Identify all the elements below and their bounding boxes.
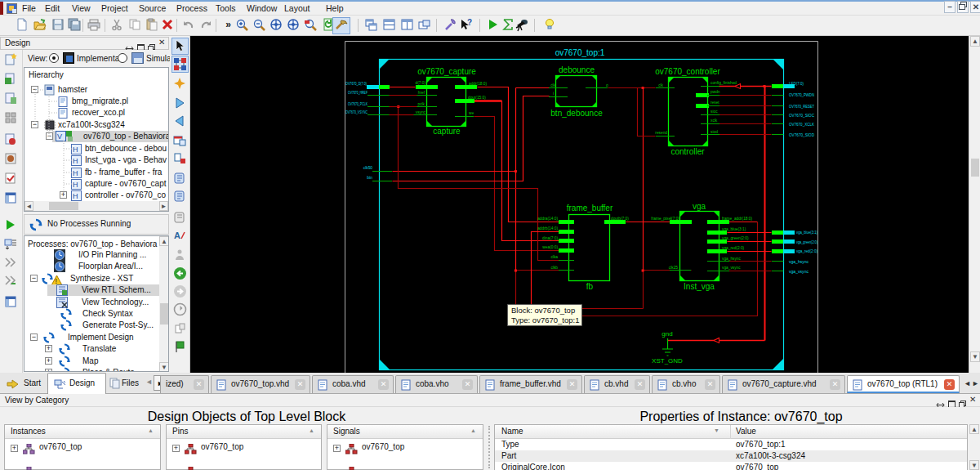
svg-text:gnd: gnd [662, 330, 672, 338]
svg-text:vsync: vsync [416, 110, 426, 114]
svg-text:clka: clka [550, 255, 558, 259]
svg-text:vga_hsync: vga_hsync [722, 257, 742, 261]
svg-text:addra(14:0): addra(14:0) [537, 217, 558, 221]
svg-text:vga_red(2:0): vga_red(2:0) [796, 249, 817, 253]
svg-text:pclk: pclk [417, 102, 425, 106]
svg-text:xclk: xclk [710, 119, 718, 123]
svg-text:vga_vsync: vga_vsync [789, 270, 809, 274]
svg-text:sioc: sioc [710, 110, 718, 114]
svg-text:ov7670_controller: ov7670_controller [655, 67, 720, 76]
svg-text:OV7670_SIOC: OV7670_SIOC [789, 114, 815, 118]
svg-text:we: we [469, 111, 474, 115]
svg-text:OV7670_PWDN: OV7670_PWDN [789, 93, 814, 97]
svg-text:Type: ov7670_top:1: Type: ov7670_top:1 [511, 316, 579, 325]
svg-text:Block: ov7670_top: Block: ov7670_top [511, 306, 575, 315]
svg-text:vga_blue(3:1): vga_blue(3:1) [722, 227, 746, 231]
svg-text:OV7670_D(7:0): OV7670_D(7:0) [345, 82, 367, 86]
svg-text:pwdn: pwdn [710, 90, 720, 94]
svg-text:clk50: clk50 [363, 166, 373, 170]
svg-text:btn_debounce: btn_debounce [550, 109, 603, 118]
svg-text:vga_green(2:0): vga_green(2:0) [722, 236, 749, 240]
svg-text:clk: clk [658, 83, 663, 87]
svg-text:clkb: clkb [550, 266, 558, 270]
svg-text:resend: resend [655, 131, 667, 135]
svg-text:wea(0:0): wea(0:0) [542, 245, 558, 249]
svg-text:debounce: debounce [559, 65, 595, 74]
svg-text:dina(7:0): dina(7:0) [542, 236, 558, 240]
svg-text:XST_GND: XST_GND [652, 357, 683, 365]
svg-text:LED(7:0): LED(7:0) [789, 82, 804, 86]
svg-text:frame_addr(18:0): frame_addr(18:0) [722, 217, 752, 221]
svg-text:OV7670_SIOD: OV7670_SIOD [789, 133, 815, 137]
svg-text:vga_red(2:0): vga_red(2:0) [722, 246, 745, 250]
svg-text:Inst_vga: Inst_vga [684, 282, 715, 291]
svg-text:OV7670_VSYNC: OV7670_VSYNC [345, 110, 368, 114]
svg-text:controller: controller [670, 147, 705, 156]
svg-text:OV7670_XCLK: OV7670_XCLK [789, 123, 815, 127]
svg-text:clk: clk [550, 83, 555, 87]
svg-text:dout(15:0): dout(15:0) [468, 96, 486, 100]
svg-text:siod: siod [710, 130, 718, 134]
svg-text:A: A [174, 231, 180, 240]
svg-text:vga_green(2:0): vga_green(2:0) [796, 240, 817, 244]
svg-text:frame_buffer: frame_buffer [567, 204, 613, 213]
svg-text:capture: capture [433, 127, 461, 136]
svg-text:href: href [418, 91, 425, 95]
svg-text:reset: reset [710, 101, 719, 105]
svg-text:OV7670_PCLK: OV7670_PCLK [348, 102, 368, 106]
svg-text:o: o [606, 83, 608, 87]
svg-text:d(7:0): d(7:0) [415, 81, 425, 85]
svg-text:config_finished: config_finished [710, 81, 737, 85]
svg-text:clk25: clk25 [669, 266, 679, 270]
svg-text:addrb(14:0): addrb(14:0) [537, 226, 558, 231]
svg-text:fb: fb [586, 282, 594, 291]
svg-text:addr(18:0): addr(18:0) [469, 82, 488, 86]
svg-text:btn: btn [367, 176, 372, 180]
svg-text:?: ? [467, 18, 472, 27]
svg-text:doutb(7:0): doutb(7:0) [611, 217, 629, 221]
svg-text:ov7670_top:1: ov7670_top:1 [555, 48, 605, 57]
svg-text:vga_vsync: vga_vsync [722, 266, 741, 270]
svg-text:vga: vga [693, 202, 706, 211]
svg-text:vga_blue(3:1): vga_blue(3:1) [796, 231, 817, 235]
svg-text:OV7670_RESET: OV7670_RESET [789, 105, 814, 109]
svg-text:vga_hsync: vga_hsync [789, 260, 809, 264]
svg-text:frame_pixel(7:0): frame_pixel(7:0) [651, 217, 679, 221]
svg-text:i: i [553, 92, 554, 96]
svg-text:OV7670_HREF: OV7670_HREF [348, 91, 368, 95]
svg-text:ov7670_capture: ov7670_capture [417, 67, 476, 76]
